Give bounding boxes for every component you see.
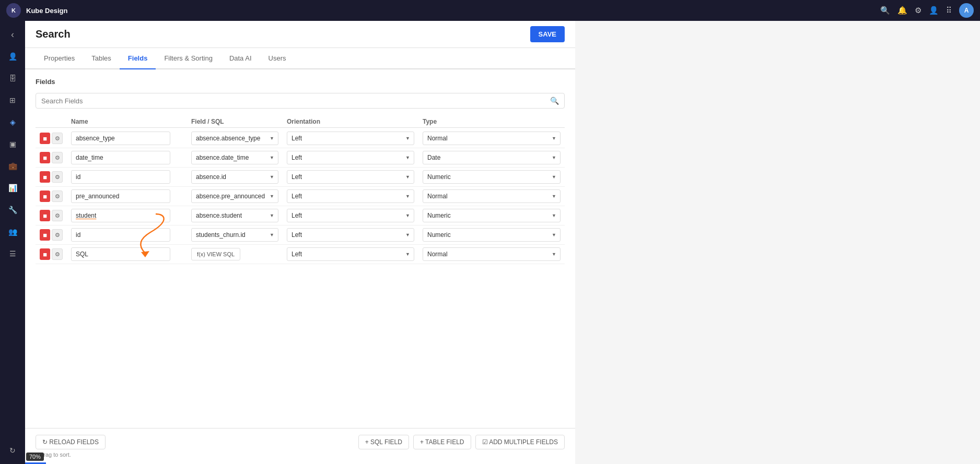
header-col0 [36, 118, 67, 125]
header-field-sql: Field / SQL [187, 118, 283, 125]
topbar-actions: 🔍 🔔 ⚙ 👤 ⠿ A [880, 3, 974, 18]
nav-icon-card[interactable]: ▣ [3, 135, 22, 153]
nav-icon-cube[interactable]: ◈ [3, 113, 22, 132]
table-header: Name Field / SQL Orientation Type [36, 116, 565, 128]
field-sql-select[interactable]: students_churn.id [191, 228, 278, 242]
type-select[interactable]: NormalDateNumeric [423, 151, 561, 164]
tab-tables[interactable]: Tables [83, 48, 120, 69]
header-type: Type [418, 118, 565, 125]
tab-properties[interactable]: Properties [36, 48, 83, 69]
view-sql-button[interactable]: f(x) VIEW SQL [191, 248, 240, 260]
tab-fields[interactable]: Fields [120, 48, 156, 69]
nav-icon-people[interactable]: 👥 [3, 222, 22, 241]
type-select[interactable]: NormalDateNumeric [423, 228, 561, 242]
notification-icon[interactable]: 🔔 [897, 6, 907, 15]
grid-icon[interactable]: ⠿ [946, 6, 952, 15]
nav-icon-refresh[interactable]: ↻ [3, 441, 22, 460]
header-orientation: Orientation [283, 118, 418, 125]
orientation-select[interactable]: LeftCenterRight [287, 170, 414, 184]
settings-button[interactable]: ⚙ [52, 152, 63, 163]
reload-fields-button[interactable]: ↻ RELOAD FIELDS [36, 435, 106, 449]
orientation-select[interactable]: LeftCenterRight [287, 189, 414, 203]
nav-icon-list[interactable]: ☰ [3, 244, 22, 263]
field-sql-select[interactable]: absence.id [191, 170, 278, 184]
settings-button[interactable]: ⚙ [52, 210, 63, 221]
orientation-select[interactable]: LeftCenterRight [287, 132, 414, 145]
help-icon[interactable]: 👤 [929, 6, 939, 15]
page-title: Search [36, 28, 71, 40]
app-title: Kube Design [26, 7, 67, 15]
zoom-indicator: 70% [26, 453, 44, 461]
orientation-select[interactable]: LeftCenterRight [287, 151, 414, 164]
fields-list: ■ ⚙ absence.absence_type ▼ Lef [36, 129, 565, 264]
table-field-button[interactable]: + TABLE FIELD [413, 435, 471, 449]
type-select[interactable]: NormalDateNumeric [423, 247, 561, 261]
section-title: Fields [36, 78, 565, 86]
table-row: ■ ⚙ absence.pre_announced ▼ Le [36, 187, 565, 206]
drag-hint: * Drag to sort. [36, 451, 106, 458]
nav-icon-database[interactable]: 🗄 [3, 69, 22, 88]
bottom-left: ↻ RELOAD FIELDS * Drag to sort. [36, 435, 106, 458]
save-button[interactable]: SAVE [530, 26, 565, 42]
tabs-bar: Properties Tables Fields Filters & Sorti… [25, 48, 575, 69]
tab-data-ai[interactable]: Data AI [221, 48, 260, 69]
app-logo: K [6, 3, 21, 18]
tools-icon[interactable]: ⚙ [915, 6, 921, 15]
nav-back-btn[interactable]: ‹ [3, 25, 22, 44]
type-select[interactable]: NormalDateNumeric [423, 170, 561, 184]
header-name: Name [67, 118, 187, 125]
orientation-select[interactable]: LeftCenterRight [287, 209, 414, 222]
field-name-input[interactable] [71, 247, 170, 261]
delete-button[interactable]: ■ [40, 210, 50, 221]
field-sql-select[interactable]: absence.student [191, 209, 278, 222]
field-sql-select[interactable]: absence.absence_type [191, 132, 278, 145]
type-select[interactable]: NormalDateNumeric [423, 189, 561, 203]
main-content: Search SAVE Properties Tables Fields Fil… [25, 21, 575, 464]
orientation-select[interactable]: LeftCenterRight [287, 228, 414, 242]
settings-button[interactable]: ⚙ [52, 171, 63, 183]
fields-section: Fields 🔍 Name Field / SQL Orientation Ty… [25, 69, 575, 428]
settings-button[interactable]: ⚙ [52, 248, 63, 260]
field-sql-select[interactable]: absence.date_time [191, 151, 278, 164]
orientation-select[interactable]: LeftCenterRight [287, 247, 414, 261]
sql-field-button[interactable]: + SQL FIELD [358, 435, 409, 449]
row-actions: ■ ⚙ [36, 133, 67, 144]
tab-users[interactable]: Users [260, 48, 295, 69]
tab-filters[interactable]: Filters & Sorting [156, 48, 220, 69]
nav-icon-table[interactable]: ⊞ [3, 91, 22, 110]
type-select[interactable]: NormalDateNumeric [423, 132, 561, 145]
page-header: Search SAVE [25, 21, 575, 48]
table-row: ■ ⚙ absence.absence_type ▼ Lef [36, 129, 565, 148]
table-row: ■ ⚙ students_churn.id ▼ LeftCe [36, 225, 565, 245]
table-row: ■ ⚙ absence.student ▼ LeftCent [36, 206, 565, 225]
field-sql-select[interactable]: absence.pre_announced [191, 189, 278, 203]
type-select[interactable]: NormalDateNumeric [423, 209, 561, 222]
settings-button[interactable]: ⚙ [52, 229, 63, 241]
field-name-input[interactable] [71, 189, 170, 203]
field-sql-wrapper: absence.absence_type ▼ [187, 132, 283, 145]
settings-button[interactable]: ⚙ [52, 133, 63, 144]
nav-icon-briefcase[interactable]: 💼 [3, 157, 22, 175]
delete-button[interactable]: ■ [40, 152, 50, 163]
field-name-input[interactable] [71, 132, 170, 145]
user-avatar[interactable]: A [959, 3, 974, 18]
table-row: ■ ⚙ absence.id ▼ LeftCenterRig [36, 168, 565, 187]
nav-icon-chart[interactable]: 📊 [3, 179, 22, 197]
add-multiple-fields-button[interactable]: ☑ ADD MULTIPLE FIELDS [475, 435, 565, 449]
search-input[interactable] [41, 97, 550, 105]
settings-button[interactable]: ⚙ [52, 191, 63, 202]
delete-button[interactable]: ■ [40, 171, 50, 183]
delete-button[interactable]: ■ [40, 229, 50, 241]
table-row: ■ ⚙ f(x) VIEW SQL LeftCenterRight ▼ [36, 245, 565, 264]
delete-button[interactable]: ■ [40, 248, 50, 260]
delete-button[interactable]: ■ [40, 133, 50, 144]
search-icon[interactable]: 🔍 [880, 6, 890, 15]
nav-icon-wrench[interactable]: 🔧 [3, 200, 22, 219]
field-name-input[interactable] [71, 228, 170, 242]
delete-button[interactable]: ■ [40, 191, 50, 202]
nav-icon-user[interactable]: 👤 [3, 47, 22, 66]
field-name-input[interactable] [71, 151, 170, 164]
field-name-input[interactable] [71, 209, 170, 222]
search-icon: 🔍 [550, 97, 559, 105]
field-name-input[interactable] [71, 170, 170, 184]
